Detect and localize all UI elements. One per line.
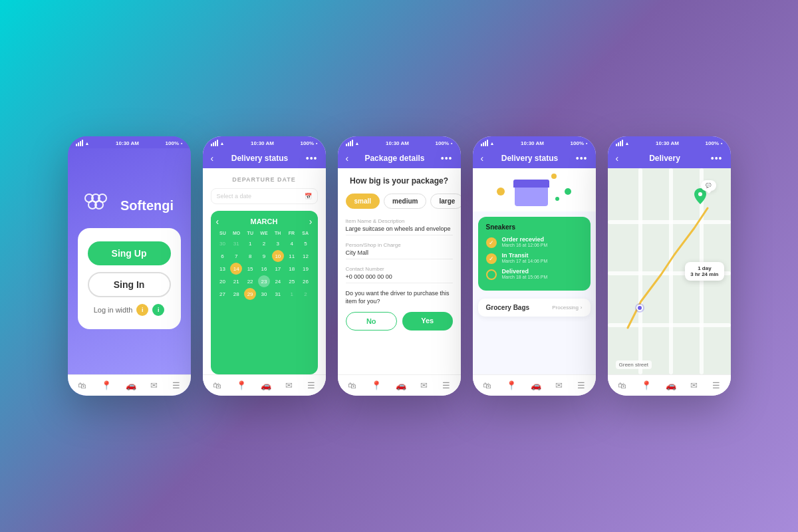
cal-day[interactable]: 13 <box>216 263 228 275</box>
nav-menu-icon[interactable]: ☰ <box>442 380 450 390</box>
tracking-card: Sneakers ✓ Order recevied March 16 at 12… <box>478 217 591 291</box>
phone-header-4: ‹ Delivery status ••• <box>473 148 596 168</box>
nav-car-icon[interactable]: 🚗 <box>261 380 271 390</box>
nav-car-icon[interactable]: 🚗 <box>531 380 541 390</box>
size-large-button[interactable]: large <box>430 194 460 209</box>
nav-mail-icon[interactable]: ✉ <box>690 380 698 390</box>
size-medium-button[interactable]: medium <box>384 194 426 209</box>
cal-day[interactable]: 1 <box>286 288 298 300</box>
cal-day[interactable]: 2 <box>258 237 270 249</box>
step-name-2: In Transit <box>502 252 583 259</box>
auth-card: Sing Up Sing In Log in width i i <box>78 228 181 329</box>
nav-bag-icon[interactable]: 🛍 <box>483 380 491 390</box>
more-button[interactable]: ••• <box>441 153 453 164</box>
cal-day[interactable]: 28 <box>230 288 242 300</box>
cal-day[interactable]: 1 <box>244 237 256 249</box>
cal-day[interactable]: 30 <box>258 288 270 300</box>
nav-mail-icon[interactable]: ✉ <box>555 380 563 390</box>
cal-day[interactable]: 26 <box>300 275 312 287</box>
nav-bag-icon[interactable]: 🛍 <box>348 380 356 390</box>
cal-day[interactable]: 19 <box>300 263 312 275</box>
next-month-button[interactable]: › <box>309 216 313 227</box>
calendar: ‹ MARCH › SU MO TU WE TH FR SA 30 31 1 <box>211 211 318 374</box>
date-input[interactable]: Select a date 📅 <box>211 188 318 204</box>
back-button[interactable]: ‹ <box>211 153 214 164</box>
cal-day[interactable]: 12 <box>300 250 312 262</box>
nav-mail-icon[interactable]: ✉ <box>420 380 428 390</box>
nav-car-icon[interactable]: 🚗 <box>666 380 676 390</box>
map-area[interactable]: 💬 1 day 3 hr 24 min Green street <box>608 168 731 374</box>
item-name-value: Large suitcase on wheels and envelope <box>346 225 453 235</box>
nav-menu-icon[interactable]: ☰ <box>172 380 180 390</box>
cal-day[interactable]: 22 <box>244 275 256 287</box>
cal-day[interactable]: 3 <box>272 237 284 249</box>
cal-day-14[interactable]: 14 <box>230 263 242 275</box>
nav-car-icon[interactable]: 🚗 <box>126 380 136 390</box>
package-illustration <box>473 168 596 211</box>
nav-bag-icon[interactable]: 🛍 <box>78 380 86 390</box>
nav-location-icon[interactable]: 📍 <box>641 380 652 390</box>
cal-day[interactable]: 5 <box>300 237 312 249</box>
info-icon-1[interactable]: i <box>136 304 148 316</box>
back-button[interactable]: ‹ <box>481 153 484 164</box>
nav-location-icon[interactable]: 📍 <box>101 380 112 390</box>
cal-day[interactable]: 16 <box>258 263 270 275</box>
days-header: SU MO TU WE TH FR SA <box>216 231 313 235</box>
nav-bag-icon[interactable]: 🛍 <box>618 380 626 390</box>
more-button[interactable]: ••• <box>576 153 588 164</box>
cal-day[interactable]: 8 <box>244 250 256 262</box>
step-date-2: March 17 at 14:06 PM <box>502 259 583 263</box>
package-box <box>515 176 551 206</box>
cal-day[interactable]: 7 <box>230 250 242 262</box>
more-button[interactable]: ••• <box>711 153 723 164</box>
signup-button[interactable]: Sing Up <box>88 241 171 265</box>
nav-menu-icon[interactable]: ☰ <box>712 380 720 390</box>
cal-day-29[interactable]: 29 <box>244 288 256 300</box>
back-button[interactable]: ‹ <box>616 153 619 164</box>
cal-day[interactable]: 25 <box>286 275 298 287</box>
cal-day[interactable]: 4 <box>286 237 298 249</box>
bottom-nav-2: 🛍 📍 🚗 ✉ ☰ <box>203 374 326 396</box>
bottom-nav-1: 🛍 📍 🚗 ✉ ☰ <box>68 374 191 396</box>
item-name-label: Item Name & Description <box>346 218 453 224</box>
back-button[interactable]: ‹ <box>346 153 349 164</box>
battery-icon: ▪ <box>316 141 317 146</box>
cal-day[interactable]: 30 <box>216 237 228 249</box>
nav-mail-icon[interactable]: ✉ <box>285 380 293 390</box>
svg-point-0 <box>698 192 702 196</box>
nav-menu-icon[interactable]: ☰ <box>577 380 585 390</box>
cal-day[interactable]: 2 <box>300 288 312 300</box>
cal-day[interactable]: 27 <box>216 288 228 300</box>
prev-month-button[interactable]: ‹ <box>216 216 219 227</box>
nav-bag-icon[interactable]: 🛍 <box>213 380 221 390</box>
yes-button[interactable]: Yes <box>402 312 453 331</box>
nav-location-icon[interactable]: 📍 <box>371 380 382 390</box>
no-button[interactable]: No <box>346 312 398 331</box>
phone-tracking: ▲ 10:30 AM 100% ▪ ‹ Delivery status ••• <box>473 136 596 396</box>
tracking-body: Sneakers ✓ Order recevied March 16 at 12… <box>473 168 596 374</box>
cal-day[interactable]: 31 <box>272 288 284 300</box>
size-buttons: small medium large <box>346 194 453 209</box>
nav-car-icon[interactable]: 🚗 <box>396 380 406 390</box>
more-button[interactable]: ••• <box>306 153 318 164</box>
cal-day[interactable]: 21 <box>230 275 242 287</box>
grocery-row[interactable]: Grocery Bags Processing › <box>478 299 591 317</box>
cal-day-23[interactable]: 23 <box>258 275 270 287</box>
cal-day[interactable]: 6 <box>216 250 228 262</box>
cal-day[interactable]: 18 <box>286 263 298 275</box>
nav-menu-icon[interactable]: ☰ <box>307 380 315 390</box>
cal-day[interactable]: 9 <box>258 250 270 262</box>
cal-day-10[interactable]: 10 <box>272 250 284 262</box>
nav-location-icon[interactable]: 📍 <box>506 380 517 390</box>
cal-day[interactable]: 31 <box>230 237 242 249</box>
cal-day[interactable]: 20 <box>216 275 228 287</box>
cal-day[interactable]: 17 <box>272 263 284 275</box>
nav-location-icon[interactable]: 📍 <box>236 380 247 390</box>
nav-mail-icon[interactable]: ✉ <box>150 380 158 390</box>
size-small-button[interactable]: small <box>346 194 380 209</box>
cal-day[interactable]: 24 <box>272 275 284 287</box>
cal-day[interactable]: 15 <box>244 263 256 275</box>
signin-button[interactable]: Sing In <box>88 272 171 297</box>
info-icon-2[interactable]: i <box>152 304 164 316</box>
cal-day[interactable]: 11 <box>286 250 298 262</box>
